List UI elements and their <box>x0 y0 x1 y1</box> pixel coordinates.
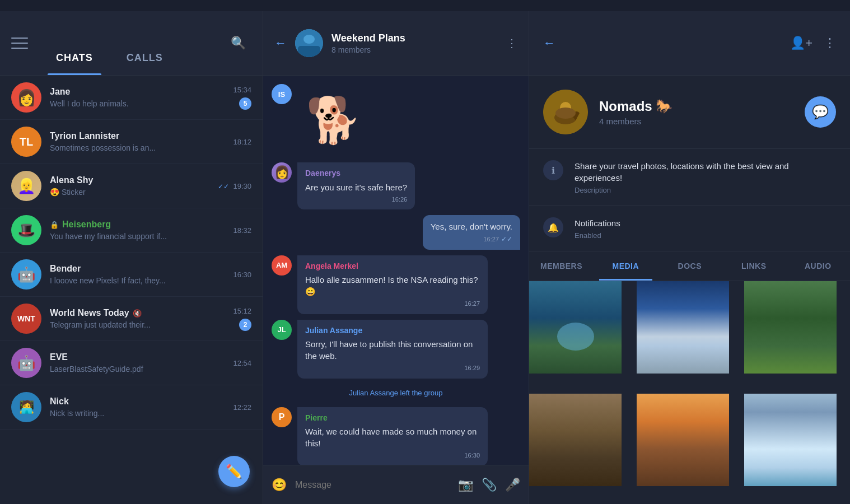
chat-name-nick: Nick <box>50 396 233 407</box>
mute-icon: 🔇 <box>133 309 142 318</box>
tab-audio[interactable]: AUDIO <box>786 251 850 281</box>
emoji-button[interactable]: 😊 <box>272 478 287 492</box>
hamburger-menu[interactable] <box>11 38 28 49</box>
media-thumb-1[interactable] <box>529 281 622 374</box>
chat-item-bender[interactable]: 🤖 Bender I looove new Pixels! If fact, t… <box>0 253 263 297</box>
chat-meta-worldnews: 15:12 2 <box>233 307 251 331</box>
tab-members[interactable]: MEMBERS <box>529 251 594 281</box>
back-button[interactable]: ← <box>274 36 287 50</box>
msg-avatar-daenerys: 👩 <box>272 162 292 183</box>
sender-daenerys: Daenerys <box>305 168 407 179</box>
main-container: CHATS CALLS 🔍 👩 Jane Well I do help anim… <box>0 11 850 504</box>
double-check-icon: ✓✓ <box>218 183 229 190</box>
message-input[interactable] <box>295 480 450 490</box>
chat-item-tyrion[interactable]: TL Tyrion Lannister Sometimes possession… <box>0 120 263 164</box>
chat-preview-eve: LaserBlastSafetyGuide.pdf <box>50 365 233 374</box>
system-msg-julian-left: Julian Assange left the group <box>272 384 520 402</box>
description-text: Share your travel photos, locations with… <box>575 160 836 184</box>
notifications-row[interactable]: 🔔 Notifications Enabled <box>529 206 850 251</box>
tab-media[interactable]: MEDIA <box>594 251 657 281</box>
chat-name-jane: Jane <box>50 87 233 97</box>
chat-item-nick[interactable]: 🧑‍💻 Nick Nick is writing... 12:22 <box>0 385 263 430</box>
footer-daenerys: 16:26 <box>305 195 407 204</box>
add-member-button[interactable]: 👤+ <box>790 36 812 50</box>
group-tabs: MEMBERS MEDIA DOCS LINKS AUDIO <box>529 251 850 281</box>
chat-time-alena: ✓✓ 19:30 <box>218 182 251 190</box>
left-header: CHATS CALLS 🔍 <box>0 11 263 76</box>
microphone-button[interactable]: 🎤 <box>505 478 520 492</box>
chat-info-bender: Bender I looove new Pixels! If fact, the… <box>50 264 233 285</box>
message-group-fab[interactable]: 💬 <box>805 96 836 128</box>
top-bar <box>0 0 850 11</box>
svg-point-6 <box>555 108 576 119</box>
chat-item-worldnews[interactable]: WNT World News Today 🔇 Telegram just upd… <box>0 297 263 341</box>
search-icon[interactable]: 🔍 <box>225 30 251 56</box>
right-more-button[interactable]: ⋮ <box>824 36 836 50</box>
messages-area: IS 🐕 👩 Daenerys Are you sure it's safe h… <box>263 76 529 465</box>
info-icon: ℹ <box>543 160 563 180</box>
chat-preview-tyrion: Sometimes possession is an... <box>50 143 233 152</box>
chat-header-avatar <box>295 29 323 57</box>
right-header: ← 👤+ ⋮ <box>529 11 850 76</box>
group-name: Nomads 🐎 <box>599 99 672 114</box>
media-thumb-2[interactable] <box>637 281 729 374</box>
tab-chats[interactable]: CHATS <box>39 44 110 75</box>
group-avatar-svg <box>543 90 588 134</box>
time-pierre: 16:30 <box>464 451 480 460</box>
notifications-status: Enabled <box>575 231 620 240</box>
tab-docs[interactable]: DOCS <box>658 251 722 281</box>
text-angela: Hallo alle zusammen! Is the NSA reading … <box>305 274 480 297</box>
chat-name-heisenberg: 🔒 Heisenberg <box>50 220 233 230</box>
chat-info-heisenberg: 🔒 Heisenberg You have my financial suppo… <box>50 220 233 241</box>
chat-item-heisenberg[interactable]: 🎩 🔒 Heisenberg You have my financial sup… <box>0 208 263 253</box>
tab-calls[interactable]: CALLS <box>110 44 180 75</box>
chat-info-nick: Nick Nick is writing... <box>50 396 233 418</box>
media-thumb-3[interactable] <box>744 281 837 374</box>
tabs-container: CHATS CALLS <box>39 11 225 75</box>
chat-item-jane[interactable]: 👩 Jane Well I do help animals. 15:34 5 <box>0 76 263 120</box>
chat-input-area: 😊 📷 📎 🎤 <box>263 465 529 504</box>
msg-daenerys: 👩 Daenerys Are you sure it's safe here? … <box>272 162 520 209</box>
chat-name-tyrion: Tyrion Lannister <box>50 131 233 141</box>
text-pierre: Wait, we could have made so much money o… <box>305 426 480 449</box>
chat-name-alena: Alena Shy <box>50 175 218 185</box>
chat-info-worldnews: World News Today 🔇 Telegram just updated… <box>50 308 233 329</box>
bubble-sent: Yes, sure, don't worry. 16:27 ✓✓ <box>423 215 520 250</box>
media-thumb-5[interactable] <box>637 394 729 486</box>
chat-meta-tyrion: 18:12 <box>233 138 251 146</box>
right-header-buttons: 👤+ ⋮ <box>790 36 836 50</box>
time-daenerys: 16:26 <box>392 195 408 204</box>
tab-links[interactable]: LINKS <box>722 251 786 281</box>
chat-list: 👩 Jane Well I do help animals. 15:34 5 T… <box>0 76 263 504</box>
media-thumb-6[interactable] <box>744 394 837 486</box>
chat-header-info: Weekend Plans 8 members <box>331 32 498 54</box>
compose-fab[interactable]: ✏️ <box>218 456 250 487</box>
avatar-jane: 👩 <box>11 82 41 113</box>
sticker-message: IS 🐕 <box>272 84 520 157</box>
msg-avatar-pierre: P <box>272 407 292 427</box>
msg-julian: JL Julian Assange Sorry, I'll have to pu… <box>272 320 520 379</box>
notifications-content: Notifications Enabled <box>575 217 620 240</box>
text-julian: Sorry, I'll have to publish this convers… <box>305 338 480 362</box>
attachment-button[interactable]: 📎 <box>482 478 497 492</box>
group-name-info: Nomads 🐎 4 members <box>599 99 672 126</box>
chat-meta-jane: 15:34 5 <box>233 86 251 110</box>
camera-button[interactable]: 📷 <box>458 478 473 492</box>
chat-info-eve: EVE LaserBlastSafetyGuide.pdf <box>50 352 233 374</box>
chat-name-eve: EVE <box>50 352 233 362</box>
chat-preview-alena: 😍 Sticker <box>50 188 218 197</box>
chat-item-alena[interactable]: 👱‍♀️ Alena Shy 😍 Sticker ✓✓ 19:30 <box>0 164 263 208</box>
bubble-angela: Angela Merkel Hallo alle zusammen! Is th… <box>297 255 488 314</box>
chat-item-eve[interactable]: 🤖 EVE LaserBlastSafetyGuide.pdf 12:54 <box>0 341 263 385</box>
chat-info-tyrion: Tyrion Lannister Sometimes possession is… <box>50 131 233 152</box>
media-thumb-4[interactable] <box>529 394 622 486</box>
chat-more-button[interactable]: ⋮ <box>506 36 517 50</box>
right-back-button[interactable]: ← <box>543 36 555 50</box>
chat-time-tyrion: 18:12 <box>233 138 251 146</box>
right-panel: ← 👤+ ⋮ Nomads 🐎 4 members <box>529 11 850 504</box>
text-sent: Yes, sure, don't worry. <box>431 221 512 232</box>
chat-name-bender: Bender <box>50 264 233 274</box>
avatar-tyrion: TL <box>11 127 41 157</box>
msg-avatar-angela: AM <box>272 255 292 276</box>
lock-icon: 🔒 <box>50 221 59 229</box>
